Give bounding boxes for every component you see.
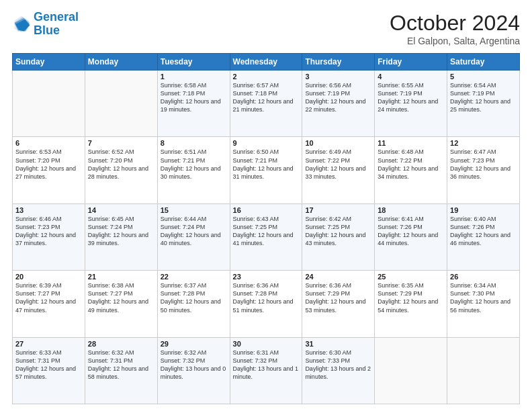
calendar-week-3: 13Sunrise: 6:46 AM Sunset: 7:23 PM Dayli… (13, 203, 520, 270)
day-info: Sunrise: 6:43 AM Sunset: 7:25 PM Dayligh… (233, 215, 300, 248)
day-info: Sunrise: 6:58 AM Sunset: 7:18 PM Dayligh… (161, 81, 227, 114)
calendar-cell (13, 71, 85, 137)
weekday-header-sunday: Sunday (13, 54, 85, 71)
day-number: 11 (378, 139, 444, 147)
calendar-cell: 2Sunrise: 6:57 AM Sunset: 7:18 PM Daylig… (230, 71, 302, 137)
day-info: Sunrise: 6:51 AM Sunset: 7:21 PM Dayligh… (161, 148, 227, 181)
day-number: 16 (233, 206, 300, 214)
calendar-cell: 6Sunrise: 6:53 AM Sunset: 7:20 PM Daylig… (13, 137, 85, 203)
day-number: 1 (161, 73, 227, 81)
day-info: Sunrise: 6:39 AM Sunset: 7:27 PM Dayligh… (15, 281, 82, 314)
day-number: 30 (233, 340, 300, 348)
calendar-cell (375, 337, 447, 404)
day-info: Sunrise: 6:36 AM Sunset: 7:29 PM Dayligh… (305, 281, 371, 314)
day-info: Sunrise: 6:52 AM Sunset: 7:20 PM Dayligh… (88, 148, 154, 181)
day-number: 28 (88, 340, 154, 348)
day-number: 15 (161, 206, 227, 214)
calendar-week-2: 6Sunrise: 6:53 AM Sunset: 7:20 PM Daylig… (13, 137, 520, 203)
calendar-cell: 14Sunrise: 6:45 AM Sunset: 7:24 PM Dayli… (85, 203, 157, 270)
day-number: 9 (233, 139, 300, 147)
day-number: 21 (88, 273, 154, 281)
calendar-cell: 18Sunrise: 6:41 AM Sunset: 7:26 PM Dayli… (375, 203, 447, 270)
day-number: 10 (305, 139, 371, 147)
day-info: Sunrise: 6:37 AM Sunset: 7:28 PM Dayligh… (161, 281, 227, 314)
calendar-cell: 24Sunrise: 6:36 AM Sunset: 7:29 PM Dayli… (302, 271, 375, 337)
weekday-header-tuesday: Tuesday (157, 54, 230, 71)
day-number: 17 (305, 206, 371, 214)
day-info: Sunrise: 6:45 AM Sunset: 7:24 PM Dayligh… (88, 215, 154, 248)
calendar-cell (85, 71, 157, 137)
day-number: 7 (88, 139, 154, 147)
calendar-cell: 25Sunrise: 6:35 AM Sunset: 7:29 PM Dayli… (375, 271, 447, 337)
page: General Blue October 2024 El Galpon, Sal… (0, 0, 532, 411)
day-number: 20 (15, 273, 82, 281)
weekday-header-thursday: Thursday (302, 54, 375, 71)
day-info: Sunrise: 6:44 AM Sunset: 7:24 PM Dayligh… (161, 215, 227, 248)
day-info: Sunrise: 6:41 AM Sunset: 7:26 PM Dayligh… (378, 215, 444, 248)
weekday-header-monday: Monday (85, 54, 157, 71)
day-info: Sunrise: 6:35 AM Sunset: 7:29 PM Dayligh… (378, 281, 444, 314)
day-number: 26 (450, 273, 517, 281)
day-number: 5 (450, 73, 517, 81)
day-info: Sunrise: 6:47 AM Sunset: 7:23 PM Dayligh… (450, 148, 517, 181)
day-info: Sunrise: 6:32 AM Sunset: 7:31 PM Dayligh… (88, 349, 154, 381)
weekday-header-wednesday: Wednesday (230, 54, 302, 71)
day-number: 31 (305, 340, 371, 348)
calendar-cell: 11Sunrise: 6:48 AM Sunset: 7:22 PM Dayli… (375, 137, 447, 203)
day-info: Sunrise: 6:34 AM Sunset: 7:30 PM Dayligh… (450, 281, 517, 314)
day-number: 2 (233, 73, 300, 81)
day-info: Sunrise: 6:54 AM Sunset: 7:19 PM Dayligh… (450, 81, 517, 114)
day-number: 8 (161, 139, 227, 147)
day-number: 25 (378, 273, 444, 281)
day-info: Sunrise: 6:50 AM Sunset: 7:21 PM Dayligh… (233, 148, 300, 181)
calendar-cell: 29Sunrise: 6:32 AM Sunset: 7:32 PM Dayli… (157, 337, 230, 404)
calendar-week-4: 20Sunrise: 6:39 AM Sunset: 7:27 PM Dayli… (13, 271, 520, 337)
day-number: 13 (15, 206, 82, 214)
day-number: 3 (305, 73, 371, 81)
calendar-cell: 10Sunrise: 6:49 AM Sunset: 7:22 PM Dayli… (302, 137, 375, 203)
calendar-cell (447, 337, 520, 404)
day-info: Sunrise: 6:53 AM Sunset: 7:20 PM Dayligh… (15, 148, 82, 181)
calendar-table: SundayMondayTuesdayWednesdayThursdayFrid… (12, 53, 520, 404)
day-info: Sunrise: 6:46 AM Sunset: 7:23 PM Dayligh… (15, 215, 82, 248)
day-info: Sunrise: 6:56 AM Sunset: 7:19 PM Dayligh… (305, 81, 371, 114)
calendar-cell: 19Sunrise: 6:40 AM Sunset: 7:26 PM Dayli… (447, 203, 520, 270)
day-info: Sunrise: 6:57 AM Sunset: 7:18 PM Dayligh… (233, 81, 300, 114)
calendar-cell: 12Sunrise: 6:47 AM Sunset: 7:23 PM Dayli… (447, 137, 520, 203)
calendar-cell: 30Sunrise: 6:31 AM Sunset: 7:32 PM Dayli… (230, 337, 302, 404)
calendar-cell: 17Sunrise: 6:42 AM Sunset: 7:25 PM Dayli… (302, 203, 375, 270)
weekday-header-friday: Friday (375, 54, 447, 71)
calendar-cell: 22Sunrise: 6:37 AM Sunset: 7:28 PM Dayli… (157, 271, 230, 337)
day-info: Sunrise: 6:49 AM Sunset: 7:22 PM Dayligh… (305, 148, 371, 181)
calendar-cell: 31Sunrise: 6:30 AM Sunset: 7:33 PM Dayli… (302, 337, 375, 404)
day-info: Sunrise: 6:36 AM Sunset: 7:28 PM Dayligh… (233, 281, 300, 314)
day-number: 23 (233, 273, 300, 281)
calendar-title: October 2024 (390, 11, 520, 36)
day-number: 14 (88, 206, 154, 214)
day-number: 22 (161, 273, 227, 281)
calendar-cell: 7Sunrise: 6:52 AM Sunset: 7:20 PM Daylig… (85, 137, 157, 203)
calendar-cell: 8Sunrise: 6:51 AM Sunset: 7:21 PM Daylig… (157, 137, 230, 203)
day-number: 29 (161, 340, 227, 348)
calendar-cell: 27Sunrise: 6:33 AM Sunset: 7:31 PM Dayli… (13, 337, 85, 404)
logo-text: General Blue (34, 11, 79, 38)
day-info: Sunrise: 6:33 AM Sunset: 7:31 PM Dayligh… (15, 349, 82, 381)
day-number: 19 (450, 206, 517, 214)
calendar-cell: 9Sunrise: 6:50 AM Sunset: 7:21 PM Daylig… (230, 137, 302, 203)
weekday-header-saturday: Saturday (447, 54, 520, 71)
day-info: Sunrise: 6:38 AM Sunset: 7:27 PM Dayligh… (88, 281, 154, 314)
calendar-cell: 28Sunrise: 6:32 AM Sunset: 7:31 PM Dayli… (85, 337, 157, 404)
day-number: 24 (305, 273, 371, 281)
day-info: Sunrise: 6:30 AM Sunset: 7:33 PM Dayligh… (305, 349, 371, 381)
logo-icon (12, 15, 31, 34)
calendar-subtitle: El Galpon, Salta, Argentina (390, 36, 520, 46)
day-number: 6 (15, 139, 82, 147)
day-number: 27 (15, 340, 82, 348)
calendar-cell: 16Sunrise: 6:43 AM Sunset: 7:25 PM Dayli… (230, 203, 302, 270)
calendar-week-5: 27Sunrise: 6:33 AM Sunset: 7:31 PM Dayli… (13, 337, 520, 404)
calendar-cell: 4Sunrise: 6:55 AM Sunset: 7:19 PM Daylig… (375, 71, 447, 137)
day-info: Sunrise: 6:40 AM Sunset: 7:26 PM Dayligh… (450, 215, 517, 248)
day-number: 12 (450, 139, 517, 147)
header: General Blue October 2024 El Galpon, Sal… (12, 11, 520, 46)
title-block: October 2024 El Galpon, Salta, Argentina (390, 11, 520, 46)
